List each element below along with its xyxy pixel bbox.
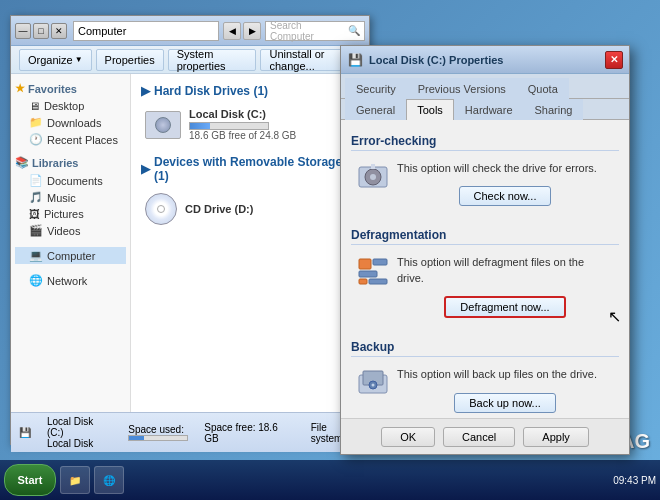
sidebar-item-pictures[interactable]: 🖼 Pictures: [15, 206, 126, 222]
status-space-used-label: Space used:: [128, 424, 188, 435]
defragment-now-button[interactable]: Defragment now...: [444, 296, 565, 318]
window-controls: — □ ✕: [15, 23, 67, 39]
libraries-header[interactable]: 📚 Libraries: [15, 156, 126, 169]
properties-button[interactable]: Properties: [96, 49, 164, 71]
organize-label: Organize: [28, 54, 73, 66]
tab-quota-label: Quota: [528, 83, 558, 95]
maximize-button[interactable]: □: [33, 23, 49, 39]
network-section: 🌐 Network: [15, 272, 126, 289]
taskbar-item-folder[interactable]: 📁: [60, 466, 90, 494]
ok-label: OK: [400, 431, 416, 443]
sidebar-item-computer[interactable]: 💻 Computer: [15, 247, 126, 264]
error-checking-section: Error-checking This option will check th…: [351, 134, 619, 216]
tab-sharing-label: Sharing: [535, 104, 573, 116]
sidebar-item-downloads[interactable]: 📁 Downloads: [15, 114, 126, 131]
system-properties-label: System properties: [177, 48, 248, 72]
svg-rect-3: [371, 164, 375, 169]
tab-tools-label: Tools: [417, 104, 443, 116]
star-icon: ★: [15, 82, 25, 95]
cd-hole: [157, 205, 165, 213]
ok-button[interactable]: OK: [381, 427, 435, 447]
system-properties-button[interactable]: System properties: [168, 49, 257, 71]
desktop: — □ ✕ Computer ◀ ▶ Search Computer 🔍 Org…: [0, 0, 660, 500]
music-icon: 🎵: [29, 191, 43, 204]
defragmentation-content: This option will defragment files on the…: [351, 249, 619, 328]
taskbar-ie-icon: 🌐: [103, 475, 115, 486]
backup-icon: [357, 367, 389, 399]
sidebar-item-recent-places[interactable]: 🕐 Recent Places: [15, 131, 126, 148]
libraries-icon: 📚: [15, 156, 29, 169]
tab-sharing[interactable]: Sharing: [524, 99, 584, 120]
search-icon: 🔍: [348, 25, 360, 36]
drive-c-info: Local Disk (C:) 18.6 GB free of 24.8 GB: [189, 108, 355, 141]
check-now-button[interactable]: Check now...: [459, 186, 552, 206]
defragmentation-icon: [357, 255, 389, 287]
status-space-free: Space free: 18.6 GB: [204, 422, 294, 444]
tab-quota[interactable]: Quota: [517, 78, 569, 99]
address-bar[interactable]: Computer: [73, 21, 219, 41]
tab-hardware[interactable]: Hardware: [454, 99, 524, 120]
downloads-label: Downloads: [47, 117, 101, 129]
dialog-tabs-row1: Security Previous Versions Quota: [341, 74, 629, 99]
search-bar[interactable]: Search Computer 🔍: [265, 21, 365, 41]
cd-icon: [145, 193, 177, 225]
computer-nav-icon: 💻: [29, 249, 43, 262]
dialog-titlebar: 💾 Local Disk (C:) Properties ✕: [341, 46, 629, 74]
nav-forward-button[interactable]: ▶: [243, 22, 261, 40]
apply-button[interactable]: Apply: [523, 427, 589, 447]
nav-back-button[interactable]: ◀: [223, 22, 241, 40]
pictures-label: Pictures: [44, 208, 84, 220]
status-drive-name: Local Disk (C:): [47, 416, 112, 438]
svg-rect-6: [359, 271, 377, 277]
taskbar-item-ie[interactable]: 🌐: [94, 466, 124, 494]
taskbar: Start 📁 🌐 09:43 PM: [0, 460, 660, 500]
hdd-section-header: ▶ Hard Disk Drives (1): [141, 84, 359, 98]
dialog-close-button[interactable]: ✕: [605, 51, 623, 69]
tab-previous-versions[interactable]: Previous Versions: [407, 78, 517, 99]
close-button[interactable]: ✕: [51, 23, 67, 39]
properties-dialog: 💾 Local Disk (C:) Properties ✕ Security …: [340, 45, 630, 455]
organize-arrow-icon: ▼: [75, 55, 83, 64]
svg-rect-8: [369, 279, 387, 284]
tab-security[interactable]: Security: [345, 78, 407, 99]
recent-icon: 🕐: [29, 133, 43, 146]
cd-drive-name: CD Drive (D:): [185, 203, 355, 215]
defragmentation-text-area: This option will defragment files on the…: [397, 255, 613, 322]
drive-c-name: Local Disk (C:): [189, 108, 355, 120]
tab-general-label: General: [356, 104, 395, 116]
sidebar-item-videos[interactable]: 🎬 Videos: [15, 222, 126, 239]
start-label: Start: [17, 474, 42, 486]
sidebar-item-music[interactable]: 🎵 Music: [15, 189, 126, 206]
favorites-header[interactable]: ★ Favorites: [15, 82, 126, 95]
music-label: Music: [47, 192, 76, 204]
recent-label: Recent Places: [47, 134, 118, 146]
local-disk-c-item[interactable]: Local Disk (C:) 18.6 GB free of 24.8 GB: [141, 104, 359, 145]
tab-security-label: Security: [356, 83, 396, 95]
removable-header-label: Devices with Removable Storage (1): [154, 155, 359, 183]
backup-title: Backup: [351, 340, 619, 357]
cancel-button[interactable]: Cancel: [443, 427, 515, 447]
minimize-button[interactable]: —: [15, 23, 31, 39]
tab-general[interactable]: General: [345, 99, 406, 120]
search-placeholder: Search Computer: [270, 20, 348, 42]
error-checking-content: This option will check the drive for err…: [351, 155, 619, 216]
svg-rect-5: [373, 259, 387, 265]
defragmentation-section: Defragmentation This option will defragm…: [351, 228, 619, 328]
sidebar-item-network[interactable]: 🌐 Network: [15, 272, 126, 289]
sidebar-item-documents[interactable]: 📄 Documents: [15, 172, 126, 189]
network-icon: 🌐: [29, 274, 43, 287]
apply-label: Apply: [542, 431, 570, 443]
sidebar-item-desktop[interactable]: 🖥 Desktop: [15, 98, 126, 114]
removable-section-header: ▶ Devices with Removable Storage (1): [141, 155, 359, 183]
sidebar: ★ Favorites 🖥 Desktop 📁 Downloads 🕐 Rece…: [11, 74, 131, 412]
tab-tools[interactable]: Tools: [406, 99, 454, 120]
cd-drive-item[interactable]: CD Drive (D:): [141, 189, 359, 229]
documents-icon: 📄: [29, 174, 43, 187]
back-up-now-button[interactable]: Back up now...: [454, 393, 556, 413]
start-button[interactable]: Start: [4, 464, 56, 496]
dialog-body: Error-checking This option will check th…: [341, 124, 629, 418]
organize-button[interactable]: Organize ▼: [19, 49, 92, 71]
status-bar: 💾 Local Disk (C:) Local Disk Space used:…: [11, 412, 369, 452]
libraries-section: 📚 Libraries 📄 Documents 🎵 Music 🖼 Pictur…: [15, 156, 126, 239]
backup-description: This option will back up files on the dr…: [397, 367, 613, 382]
